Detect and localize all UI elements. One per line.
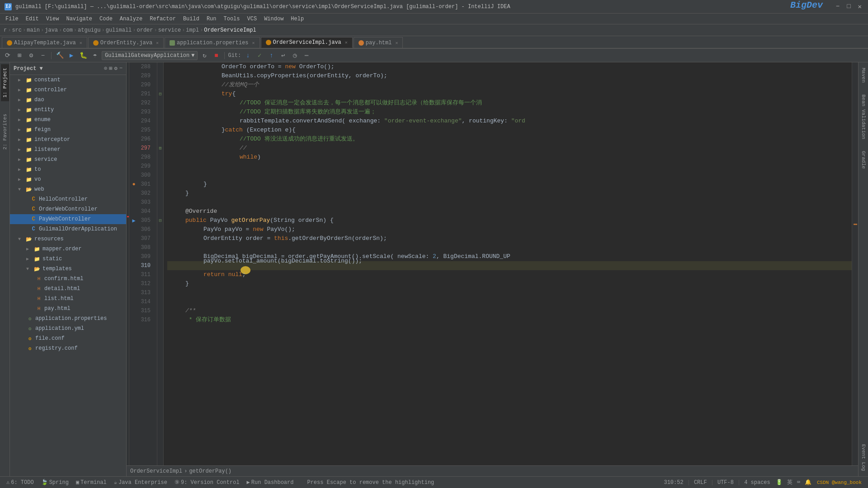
toolbar-run-btn[interactable]: ▶ <box>66 51 76 61</box>
tree-order-web-controller[interactable]: C OrderWebController <box>10 204 126 214</box>
tree-pay-web-controller[interactable]: C PayWebController <box>10 214 126 224</box>
toolbar-collapse-btn[interactable]: − <box>38 51 48 61</box>
tab-pay-html[interactable]: pay.html ✕ <box>354 37 403 48</box>
menu-file[interactable]: File <box>2 15 22 23</box>
status-todo[interactable]: ⚠ 6: TODO <box>4 479 37 486</box>
tree-mapper-order[interactable]: ▶ 📁 mapper.order <box>10 244 126 254</box>
sidebar-settings-btn[interactable]: ⚙ <box>114 65 118 72</box>
tree-controller[interactable]: ▶ 📁 controller <box>10 85 126 95</box>
toolbar-git-more[interactable]: ⋯ <box>302 51 311 61</box>
sidebar-locate-btn[interactable]: ⊙ <box>104 65 107 72</box>
toolbar-build-btn[interactable]: 🔨 <box>55 51 65 61</box>
status-java-enterprise[interactable]: ☕ Java Enterprise <box>111 479 170 486</box>
right-tab-bean-validation[interactable]: Bean Validation <box>859 91 868 143</box>
status-terminal[interactable]: ▣ Terminal <box>73 479 109 486</box>
status-run-dashboard[interactable]: ▶ Run Dashboard <box>244 479 297 486</box>
tree-service[interactable]: ▶ 📁 service <box>10 155 126 164</box>
tab-alipay-close[interactable]: ✕ <box>80 40 82 46</box>
toolbar-layout-btn[interactable]: ⊞ <box>14 51 24 61</box>
toolbar-settings-btn[interactable]: ⚙ <box>26 51 36 61</box>
code-area[interactable]: ● ▶ 288 289 290 291 292 293 294 295 296 … <box>127 62 858 465</box>
tree-feign[interactable]: ▶ 📁 feign <box>10 125 126 135</box>
minimize-button[interactable]: − <box>834 3 841 10</box>
close-button[interactable]: ✕ <box>856 3 863 10</box>
status-position[interactable]: 310:52 <box>661 479 686 486</box>
menu-tools[interactable]: Tools <box>220 15 244 23</box>
tree-to[interactable]: ▶ 📁 to <box>10 164 126 174</box>
tree-entity[interactable]: ▶ 📁 entity <box>10 105 126 115</box>
tree-gulimall-order-app[interactable]: C GulimallOrderApplication <box>10 224 126 234</box>
tab-order-service-impl[interactable]: OrderServiceImpl.java ✕ <box>261 37 353 48</box>
tab-app-props-close[interactable]: ✕ <box>252 40 255 46</box>
tree-hello-controller[interactable]: C HelloController <box>10 194 126 204</box>
tree-static[interactable]: ▶ 📁 static <box>10 254 126 264</box>
menu-code[interactable]: Code <box>96 15 116 23</box>
right-tab-event-log[interactable]: Event Log <box>859 441 868 474</box>
toolbar-coverage-btn[interactable]: ☂ <box>90 51 100 61</box>
menu-help[interactable]: Help <box>287 15 307 23</box>
status-spring[interactable]: 🍃 Spring <box>38 479 71 486</box>
toolbar-stop-btn[interactable]: ■ <box>211 51 221 61</box>
maximize-button[interactable]: □ <box>845 3 852 10</box>
menu-edit[interactable]: Edit <box>22 15 42 23</box>
tab-order-entity[interactable]: OrderEntity.java ✕ <box>88 37 164 48</box>
tree-pay-html[interactable]: H pay.html <box>10 304 126 314</box>
menu-refactor[interactable]: Refactor <box>146 15 179 23</box>
tree-confirm-html[interactable]: H confirm.html <box>10 274 126 284</box>
toolbar-sync-btn[interactable]: ⟳ <box>3 51 13 61</box>
tab-order-entity-close[interactable]: ✕ <box>156 40 159 46</box>
tree-detail-html[interactable]: H detail.html <box>10 284 126 294</box>
tree-resources[interactable]: ▼ 📂 resources <box>10 234 126 244</box>
menu-view[interactable]: View <box>42 15 63 23</box>
tree-app-yml[interactable]: ⚙ application.yml <box>10 324 126 333</box>
tree-listener[interactable]: ▶ 📁 listener <box>10 145 126 155</box>
sidebar-hide-btn[interactable]: − <box>119 65 123 72</box>
menu-run[interactable]: Run <box>203 15 220 23</box>
fold-start-icon[interactable]: ⊟ <box>159 91 161 97</box>
menu-navigate[interactable]: Navigate <box>62 15 96 23</box>
window-controls[interactable]: − □ ✕ <box>834 3 863 10</box>
line-312: 312 <box>138 279 154 288</box>
menu-vcs[interactable]: VCS <box>244 15 261 23</box>
code-content[interactable]: OrderTo orderTo = new OrderTo(); BeanUti… <box>164 62 852 465</box>
tree-registry-conf[interactable]: ⚙ registry.conf <box>10 343 126 353</box>
toolbar-git-revert[interactable]: ↩ <box>278 51 288 61</box>
menu-build[interactable]: Build <box>179 15 203 23</box>
tab-app-properties[interactable]: application.properties ✕ <box>165 37 259 48</box>
toolbar-git-push[interactable]: ↑ <box>266 51 276 61</box>
tab-order-service-impl-close[interactable]: ✕ <box>345 40 348 45</box>
toolbar-reload-btn[interactable]: ↻ <box>199 51 209 61</box>
tab-alipay[interactable]: AlipayTemplate.java ✕ <box>2 37 87 48</box>
code-line-314 <box>167 297 852 306</box>
tree-dao[interactable]: ▶ 📁 dao <box>10 95 126 105</box>
toolbar-git-commit[interactable]: ✓ <box>255 51 264 61</box>
tree-list-html[interactable]: H list.html <box>10 294 126 304</box>
run-config-dropdown[interactable]: GulimallGatewayApplication ▼ <box>102 51 198 60</box>
status-version-control[interactable]: ⑨ 9: Version Control <box>172 479 242 486</box>
tree-label: PayWebController <box>39 216 91 222</box>
status-encoding[interactable]: UTF-8 <box>715 479 736 486</box>
left-tab-favorites[interactable]: 2: Favorites <box>1 110 9 153</box>
right-tab-gradle[interactable]: Gradle <box>859 147 868 173</box>
tree-enume[interactable]: ▶ 📁 enume <box>10 115 126 125</box>
tab-pay-html-close[interactable]: ✕ <box>395 40 398 46</box>
menu-analyze[interactable]: Analyze <box>116 15 146 23</box>
tree-templates[interactable]: ▼ 📂 templates <box>10 264 126 274</box>
toolbar-git-history[interactable]: ◷ <box>290 51 300 61</box>
right-tab-maven[interactable]: Maven <box>859 64 868 86</box>
status-indent[interactable]: 4 spaces <box>741 479 773 486</box>
toolbar-debug-btn[interactable]: 🐛 <box>78 51 88 61</box>
left-tab-project[interactable]: 1: Project <box>1 64 9 101</box>
tree-app-props[interactable]: ⚙ application.properties <box>10 314 126 324</box>
tree-constant[interactable]: ▶ 📁 constant <box>10 75 126 85</box>
tree-web[interactable]: ▼ 📂 web <box>10 184 126 194</box>
fold-start-icon-2[interactable]: ⊟ <box>159 218 161 223</box>
tree-vo[interactable]: ▶ 📁 vo <box>10 174 126 184</box>
toolbar-git-update[interactable]: ↓ <box>243 51 253 61</box>
menu-window[interactable]: Window <box>260 15 287 23</box>
tree-file-conf[interactable]: ⚙ file.conf <box>10 333 126 343</box>
tree-interceptor[interactable]: ▶ 📁 interceptor <box>10 135 126 145</box>
fold-collapsed-icon[interactable]: ⊞ <box>159 145 161 151</box>
sidebar-expand-btn[interactable]: ⊞ <box>109 65 112 72</box>
status-line-sep[interactable]: CRLF <box>691 479 710 486</box>
